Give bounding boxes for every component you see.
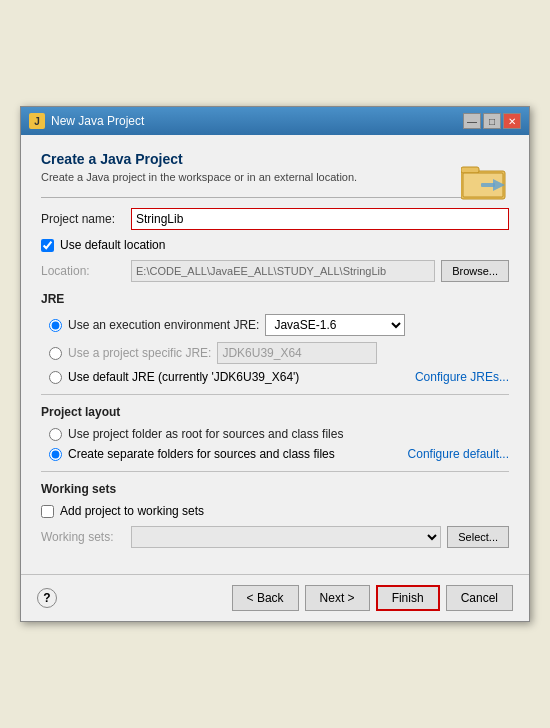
footer: ? < Back Next > Finish Cancel <box>21 574 529 621</box>
jre-radio2-row: Use a project specific JRE: <box>41 342 509 364</box>
working-sets-select-button[interactable]: Select... <box>447 526 509 548</box>
project-name-row: Project name: <box>41 208 509 230</box>
main-window: J New Java Project — □ ✕ Create a Java P… <box>20 106 530 622</box>
working-sets-select <box>131 526 441 548</box>
configure-default-link[interactable]: Configure default... <box>408 447 509 461</box>
working-sets-field-label: Working sets: <box>41 530 131 544</box>
page-subtitle: Create a Java project in the workspace o… <box>41 171 509 183</box>
jre-select[interactable]: JavaSE-1.6 JavaSE-1.7 JavaSE-1.8 <box>265 314 405 336</box>
layout-radio2-left: Create separate folders for sources and … <box>49 447 335 461</box>
window-icon: J <box>29 113 45 129</box>
page-title: Create a Java Project <box>41 151 509 167</box>
jre-radio2-label: Use a project specific JRE: <box>68 346 211 360</box>
project-name-label: Project name: <box>41 212 131 226</box>
project-layout-label: Project layout <box>41 405 509 419</box>
title-buttons: — □ ✕ <box>463 113 521 129</box>
title-bar: J New Java Project — □ ✕ <box>21 107 529 135</box>
jre-radio1-label: Use an execution environment JRE: <box>68 318 259 332</box>
layout-divider <box>41 471 509 472</box>
jre-radio2[interactable] <box>49 347 62 360</box>
content-area: Create a Java Project Create a Java proj… <box>21 135 529 574</box>
layout-radio2[interactable] <box>49 448 62 461</box>
jre-radio1-row: Use an execution environment JRE: JavaSE… <box>41 314 509 336</box>
jre-radio3-label: Use default JRE (currently 'JDK6U39_X64'… <box>68 370 299 384</box>
working-sets-checkbox[interactable] <box>41 505 54 518</box>
maximize-button[interactable]: □ <box>483 113 501 129</box>
browse-button[interactable]: Browse... <box>441 260 509 282</box>
layout-radio2-label: Create separate folders for sources and … <box>68 447 335 461</box>
footer-left: ? <box>37 588 57 608</box>
jre-section-label: JRE <box>41 292 509 306</box>
jre-radio3-left: Use default JRE (currently 'JDK6U39_X64'… <box>49 370 299 384</box>
working-sets-checkbox-row: Add project to working sets <box>41 504 509 518</box>
footer-buttons: < Back Next > Finish Cancel <box>232 585 513 611</box>
title-bar-left: J New Java Project <box>29 113 144 129</box>
project-name-input[interactable] <box>131 208 509 230</box>
working-sets-checkbox-label: Add project to working sets <box>60 504 204 518</box>
svg-rect-1 <box>461 167 479 173</box>
default-location-row: Use default location <box>41 238 509 252</box>
working-sets-label: Working sets <box>41 482 509 496</box>
jre-specific-input <box>217 342 377 364</box>
jre-radio3-row: Use default JRE (currently 'JDK6U39_X64'… <box>41 370 509 384</box>
close-button[interactable]: ✕ <box>503 113 521 129</box>
minimize-button[interactable]: — <box>463 113 481 129</box>
finish-button[interactable]: Finish <box>376 585 440 611</box>
location-row: Location: Browse... <box>41 260 509 282</box>
cancel-button[interactable]: Cancel <box>446 585 513 611</box>
jre-divider <box>41 394 509 395</box>
header-section: Create a Java Project Create a Java proj… <box>41 151 509 183</box>
layout-radio2-row: Create separate folders for sources and … <box>41 447 509 461</box>
next-button[interactable]: Next > <box>305 585 370 611</box>
jre-select-row: JavaSE-1.6 JavaSE-1.7 JavaSE-1.8 <box>265 314 405 336</box>
layout-radio1-label: Use project folder as root for sources a… <box>68 427 343 441</box>
svg-rect-4 <box>481 183 495 187</box>
layout-radio1-row: Use project folder as root for sources a… <box>41 427 509 441</box>
default-location-label: Use default location <box>60 238 165 252</box>
help-button[interactable]: ? <box>37 588 57 608</box>
jre-radio3[interactable] <box>49 371 62 384</box>
configure-jres-link[interactable]: Configure JREs... <box>415 370 509 384</box>
header-divider <box>41 197 461 198</box>
window-title: New Java Project <box>51 114 144 128</box>
working-sets-row: Working sets: Select... <box>41 526 509 548</box>
back-button[interactable]: < Back <box>232 585 299 611</box>
location-input <box>131 260 435 282</box>
default-location-checkbox[interactable] <box>41 239 54 252</box>
layout-radio1[interactable] <box>49 428 62 441</box>
jre-radio1[interactable] <box>49 319 62 332</box>
location-label: Location: <box>41 264 131 278</box>
folder-icon <box>461 161 509 201</box>
